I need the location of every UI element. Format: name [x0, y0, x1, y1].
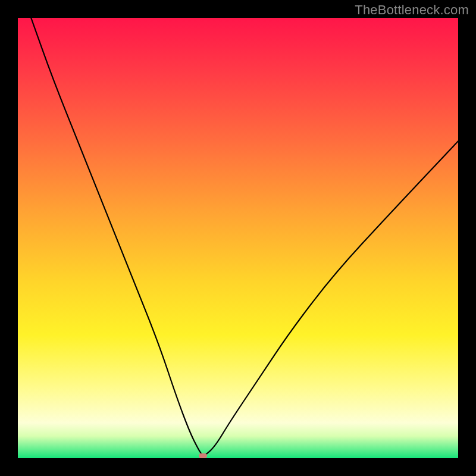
curve-path	[31, 18, 458, 455]
bottleneck-curve	[18, 18, 458, 458]
plot-area	[18, 18, 458, 458]
optimal-point-marker	[199, 453, 207, 458]
chart-frame: TheBottleneck.com	[0, 0, 476, 476]
watermark-text: TheBottleneck.com	[355, 2, 469, 18]
